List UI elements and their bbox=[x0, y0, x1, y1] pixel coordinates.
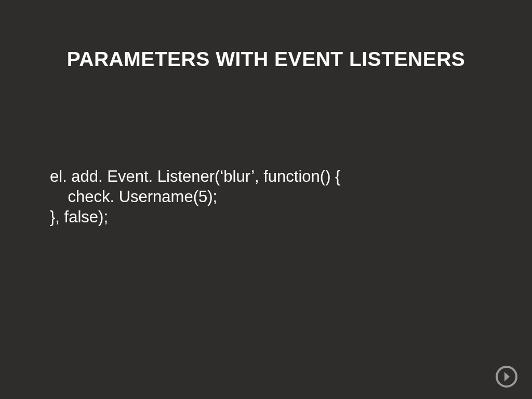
slide: PARAMETERS WITH EVENT LISTENERS el. add.… bbox=[0, 0, 532, 399]
next-button[interactable] bbox=[496, 366, 517, 388]
arrow-right-circle-icon bbox=[496, 366, 517, 388]
slide-title: PARAMETERS WITH EVENT LISTENERS bbox=[0, 48, 532, 71]
code-example: el. add. Event. Listener(‘blur’, functio… bbox=[50, 167, 340, 227]
